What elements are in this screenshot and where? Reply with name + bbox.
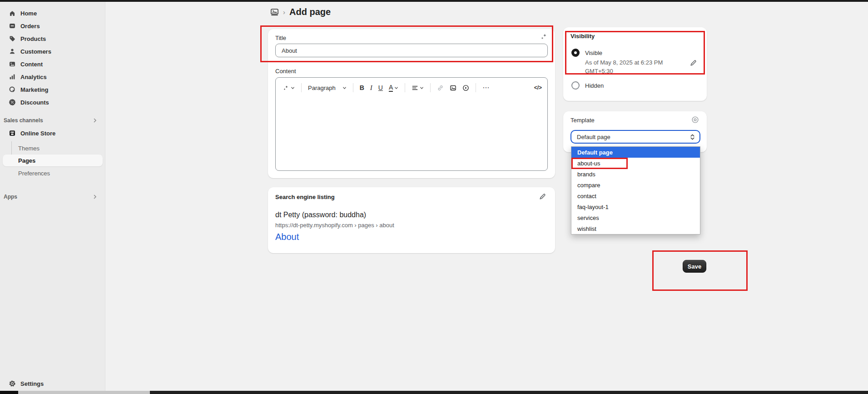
edit-icon[interactable] bbox=[539, 193, 546, 200]
sidebar-item-analytics[interactable]: Analytics bbox=[0, 70, 105, 83]
toolbar-divider bbox=[405, 83, 405, 92]
orders-icon bbox=[8, 22, 16, 30]
analytics-icon bbox=[8, 73, 16, 81]
search-engine-listing-card: Search engine listing dt Petty (password… bbox=[268, 187, 555, 253]
view-icon[interactable] bbox=[691, 116, 699, 124]
sidebar-item-label: Online Store bbox=[20, 130, 55, 137]
customers-icon bbox=[8, 48, 16, 55]
sidebar-item-label: Products bbox=[20, 35, 46, 42]
chevron-down-icon bbox=[394, 86, 398, 90]
breadcrumb-separator: › bbox=[283, 8, 285, 16]
content-icon bbox=[8, 60, 16, 68]
online-store-icon bbox=[8, 130, 16, 137]
magic-sparkle-icon[interactable] bbox=[540, 33, 548, 41]
template-dropdown: Default page about-us brands compare con… bbox=[571, 146, 700, 234]
sidebar-item-label: Marketing bbox=[20, 86, 48, 93]
apps-label: Apps bbox=[4, 194, 17, 200]
sidebar-item-online-store[interactable]: Online Store bbox=[0, 127, 105, 140]
page-title: Add page bbox=[289, 7, 331, 17]
visibility-card: Visibility Visible As of May 8, 2025 at … bbox=[563, 27, 707, 101]
visible-radio[interactable] bbox=[571, 49, 580, 57]
seo-heading: Search engine listing bbox=[275, 194, 335, 200]
italic-button[interactable]: I bbox=[369, 83, 374, 93]
edit-icon[interactable] bbox=[689, 59, 697, 67]
sidebar: Home Orders Products Customers Content bbox=[0, 2, 105, 391]
insert-video-icon[interactable] bbox=[461, 84, 471, 92]
scrollbar-corner bbox=[0, 391, 18, 394]
toolbar-divider bbox=[353, 83, 353, 92]
discounts-icon bbox=[8, 99, 16, 106]
template-select[interactable]: Default page bbox=[570, 130, 700, 144]
paragraph-style-dropdown[interactable]: Paragraph bbox=[307, 84, 348, 92]
sidebar-item-label: Settings bbox=[20, 380, 44, 387]
save-button[interactable]: Save bbox=[683, 260, 706, 273]
seo-site-title: dt Petty (password: buddha) bbox=[275, 211, 366, 219]
title-input[interactable] bbox=[275, 44, 548, 57]
sidebar-item-pages[interactable]: Pages bbox=[3, 155, 103, 166]
template-option-wishlist[interactable]: wishlist bbox=[571, 223, 700, 234]
sales-channels-header[interactable]: Sales channels bbox=[0, 115, 105, 126]
sidebar-item-label: Content bbox=[20, 61, 43, 68]
rich-text-editor[interactable]: Paragraph B I U A bbox=[275, 77, 548, 171]
sidebar-item-home[interactable]: Home bbox=[0, 7, 105, 20]
text-color-button[interactable]: A bbox=[387, 83, 400, 93]
sidebar-item-discounts[interactable]: Discounts bbox=[0, 96, 105, 109]
chevron-right-icon bbox=[93, 195, 97, 199]
sidebar-item-content[interactable]: Content bbox=[0, 58, 105, 70]
toolbar-divider bbox=[301, 83, 302, 92]
visible-note-line2: GMT+5:30 bbox=[585, 68, 613, 75]
home-icon bbox=[8, 10, 16, 17]
hidden-radio[interactable] bbox=[571, 81, 580, 90]
select-updown-icon bbox=[690, 134, 695, 140]
sidebar-item-themes[interactable]: Themes bbox=[3, 142, 103, 154]
more-options-button[interactable]: ⋯ bbox=[481, 83, 491, 93]
sidebar-item-label: Customers bbox=[20, 48, 51, 55]
template-option-faq-layout-1[interactable]: faq-layout-1 bbox=[571, 201, 700, 212]
sidebar-item-label: Analytics bbox=[20, 74, 47, 80]
sidebar-item-preferences[interactable]: Preferences bbox=[3, 167, 103, 179]
magic-sparkle-button[interactable] bbox=[281, 84, 296, 92]
template-option-default-page[interactable]: Default page bbox=[571, 147, 700, 158]
seo-url: https://dt-petty.myshopify.com › pages ›… bbox=[275, 222, 394, 229]
page-details-card: Title Content Paragraph B I U A bbox=[268, 29, 555, 178]
sub-item-label: Pages bbox=[18, 157, 35, 164]
hidden-label: Hidden bbox=[585, 82, 604, 89]
window-top-edge bbox=[0, 0, 868, 2]
template-option-brands[interactable]: brands bbox=[571, 169, 700, 180]
settings-row: Settings bbox=[0, 377, 105, 390]
template-label: Template bbox=[570, 117, 595, 124]
insert-image-icon[interactable] bbox=[448, 84, 458, 92]
code-view-button[interactable]: </> bbox=[534, 85, 542, 91]
sidebar-item-label: Home bbox=[20, 10, 37, 17]
visible-label: Visible bbox=[585, 50, 602, 56]
template-option-contact[interactable]: contact bbox=[571, 190, 700, 201]
title-label: Title bbox=[275, 35, 286, 41]
template-selected-value: Default page bbox=[577, 134, 610, 140]
template-option-compare[interactable]: compare bbox=[571, 180, 700, 190]
alignment-button[interactable] bbox=[410, 84, 425, 92]
sidebar-item-settings[interactable]: Settings bbox=[0, 377, 105, 390]
link-icon[interactable] bbox=[436, 84, 445, 92]
apps-header[interactable]: Apps bbox=[0, 191, 105, 202]
sidebar-item-customers[interactable]: Customers bbox=[0, 45, 105, 58]
horizontal-scrollbar[interactable] bbox=[0, 391, 868, 394]
chevron-right-icon bbox=[93, 118, 97, 123]
template-option-about-us[interactable]: about-us bbox=[571, 158, 700, 169]
seo-page-link[interactable]: About bbox=[275, 232, 299, 242]
bold-button[interactable]: B bbox=[358, 83, 366, 92]
toolbar-divider bbox=[476, 83, 476, 92]
sidebar-item-orders[interactable]: Orders bbox=[0, 20, 105, 32]
sub-item-label: Themes bbox=[18, 145, 40, 152]
sidebar-item-marketing[interactable]: Marketing bbox=[0, 83, 105, 96]
editor-body[interactable] bbox=[276, 94, 547, 167]
scrollbar-track bbox=[18, 391, 150, 394]
paragraph-label: Paragraph bbox=[308, 85, 336, 91]
marketing-icon bbox=[8, 86, 16, 94]
visibility-heading: Visibility bbox=[570, 33, 595, 40]
template-option-services[interactable]: services bbox=[571, 212, 700, 223]
scrollbar-thumb[interactable] bbox=[150, 391, 868, 394]
chevron-down-icon bbox=[420, 86, 424, 90]
sidebar-item-products[interactable]: Products bbox=[0, 32, 105, 45]
page-icon[interactable] bbox=[270, 8, 279, 16]
underline-button[interactable]: U bbox=[377, 83, 384, 92]
